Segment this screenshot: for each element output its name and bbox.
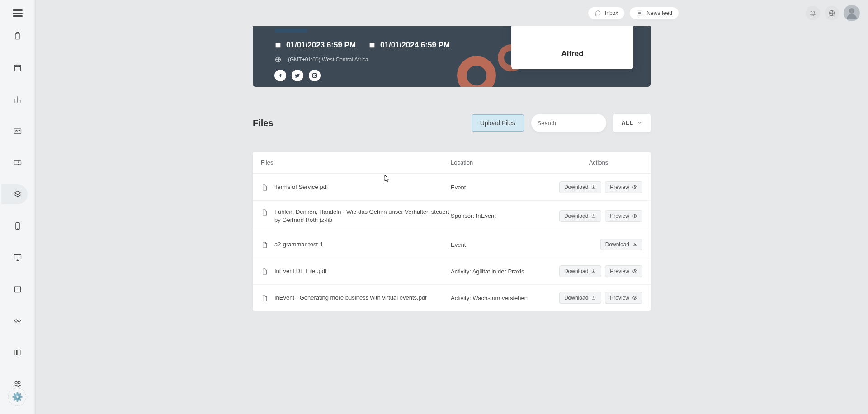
language-button[interactable] <box>825 6 839 20</box>
download-button[interactable]: Download <box>559 292 601 304</box>
table-row: InEvent - Generating more business with … <box>253 284 651 311</box>
file-name: Terms of Service.pdf <box>274 183 328 191</box>
globe-icon <box>828 9 835 17</box>
sidebar-nav-chart[interactable] <box>8 89 28 109</box>
profile-name: Alfred <box>561 49 583 58</box>
col-actions: Actions <box>555 159 642 166</box>
header-right-icons <box>806 5 868 21</box>
svg-point-43 <box>314 75 316 76</box>
table-row: Fühlen, Denken, Handeln - Wie das Gehirn… <box>253 200 651 231</box>
download-label: Download <box>564 295 588 301</box>
sidebar-nav-idcard[interactable] <box>8 121 28 141</box>
newsfeed-label: News feed <box>646 10 672 16</box>
event-hero: 01/01/2023 6:59 PM 01/01/2024 6:59 PM (G… <box>253 26 651 87</box>
newsfeed-button[interactable]: News feed <box>629 7 679 19</box>
page-container: 01/01/2023 6:59 PM 01/01/2024 6:59 PM (G… <box>253 26 651 311</box>
download-icon <box>591 295 596 301</box>
sidebar-nav-ticket[interactable] <box>8 153 28 173</box>
file-icon <box>261 183 268 192</box>
preview-label: Preview <box>610 213 629 219</box>
table-row: Terms of Service.pdf Event Download Prev… <box>253 174 651 200</box>
preview-button[interactable]: Preview <box>605 210 642 222</box>
search-box <box>531 114 606 132</box>
sidebar: ⚙️ <box>0 0 35 311</box>
file-cell: InEvent DE File .pdf <box>261 267 451 276</box>
eye-icon <box>632 213 637 219</box>
end-datetime: 01/01/2024 6:59 PM <box>380 41 450 50</box>
eye-icon <box>632 295 637 301</box>
sidebar-nav-schedule[interactable] <box>8 279 28 299</box>
calendar-icon <box>368 42 376 49</box>
table-row: a2-grammar-test-1 Event Download <box>253 231 651 258</box>
download-label: Download <box>564 268 588 274</box>
instagram-link[interactable] <box>309 70 321 81</box>
user-avatar-button[interactable] <box>844 5 860 21</box>
download-button[interactable]: Download <box>559 210 601 222</box>
sidebar-nav-files[interactable] <box>1 184 28 204</box>
facebook-icon <box>277 72 283 79</box>
download-button[interactable]: Download <box>559 265 601 277</box>
ticket-icon <box>13 158 22 167</box>
file-cell: Fühlen, Denken, Handeln - Wie das Gehirn… <box>261 208 451 224</box>
svg-rect-17 <box>14 161 21 165</box>
download-label: Download <box>605 241 629 248</box>
calendar-icon <box>274 42 282 49</box>
svg-point-47 <box>634 187 636 188</box>
sidebar-nav-phone[interactable] <box>8 216 28 236</box>
download-button[interactable]: Download <box>600 239 642 250</box>
svg-rect-37 <box>276 43 281 47</box>
hamburger-menu-button[interactable] <box>0 9 35 17</box>
section-title: Files <box>253 118 274 128</box>
file-icon <box>261 241 268 249</box>
upload-files-button[interactable]: Upload Files <box>472 114 524 132</box>
sidebar-nav-calendar[interactable] <box>8 58 28 78</box>
svg-rect-13 <box>14 129 21 133</box>
file-name: a2-grammar-test-1 <box>274 240 323 249</box>
calendar-icon <box>13 63 22 72</box>
chart-icon <box>13 95 22 104</box>
files-table: Files Location Actions Terms of Service.… <box>253 152 651 311</box>
start-datetime: 01/01/2023 6:59 PM <box>286 41 356 50</box>
preview-button[interactable]: Preview <box>605 292 642 304</box>
profile-card: Alfred <box>511 26 633 69</box>
chevron-down-icon <box>637 120 642 126</box>
schedule-icon <box>13 285 22 294</box>
hero-badge <box>274 29 308 33</box>
location-cell: Event <box>451 184 555 191</box>
filter-label: ALL <box>622 120 633 126</box>
svg-rect-25 <box>14 287 20 292</box>
svg-rect-6 <box>14 65 20 71</box>
phone-icon <box>13 221 22 231</box>
preview-label: Preview <box>610 268 629 274</box>
monitor-icon <box>13 253 22 262</box>
download-label: Download <box>564 184 588 190</box>
svg-point-49 <box>634 271 636 272</box>
download-icon <box>591 268 596 274</box>
table-row: InEvent DE File .pdf Activity: Agilität … <box>253 258 651 284</box>
preview-button[interactable]: Preview <box>605 181 642 193</box>
preview-button[interactable]: Preview <box>605 265 642 277</box>
facebook-link[interactable] <box>274 70 286 81</box>
twitter-link[interactable] <box>292 70 303 81</box>
hamburger-icon <box>13 9 23 17</box>
sidebar-nav-monitor[interactable] <box>8 248 28 268</box>
location-cell: Activity: Agilität in der Praxis <box>451 268 555 275</box>
notifications-button[interactable] <box>806 6 820 20</box>
svg-rect-22 <box>14 254 21 259</box>
download-button[interactable]: Download <box>559 181 601 193</box>
file-icon <box>261 268 268 276</box>
sidebar-nav-clipboard[interactable] <box>8 26 28 46</box>
file-name: InEvent - Generating more business with … <box>274 294 427 302</box>
globe-icon <box>274 56 282 63</box>
clipboard-icon <box>13 32 22 41</box>
col-files: Files <box>261 159 451 166</box>
preview-label: Preview <box>610 295 629 301</box>
layers-icon <box>13 190 22 199</box>
search-input[interactable] <box>538 120 613 127</box>
location-cell: Sponsor: InEvent <box>451 212 555 219</box>
file-icon <box>261 208 268 216</box>
newspaper-icon <box>636 10 643 16</box>
table-header: Files Location Actions <box>253 152 651 174</box>
inbox-button[interactable]: Inbox <box>588 7 625 19</box>
filter-dropdown[interactable]: ALL <box>613 114 651 132</box>
